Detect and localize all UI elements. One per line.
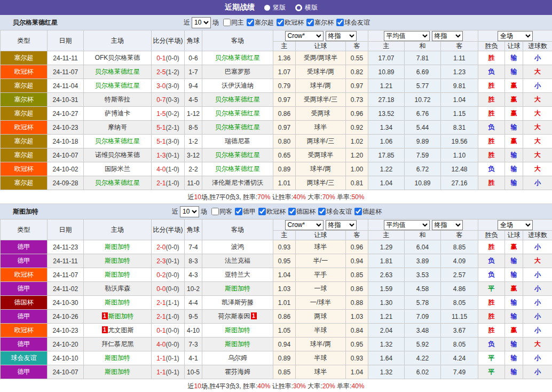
halftime-score: (0-1) [166, 257, 179, 265]
league-checkbox[interactable] [288, 208, 296, 215]
result-goals: 小 [523, 296, 552, 310]
avg-stage-select[interactable]: 终指 [432, 220, 463, 230]
league-filter: 欧冠杯 [256, 207, 286, 216]
match-row: 球会友谊24-10-10斯图加特1-1(0-1)4-1乌尔姆0.89半球0.93… [1, 351, 552, 365]
league-checkbox[interactable] [258, 208, 266, 215]
away-team-name: 亚特兰大 [225, 271, 250, 278]
away-team-name: 荷尔斯泰因 [218, 312, 250, 320]
league-checkbox[interactable] [277, 19, 284, 26]
home-team-name: 斯图加特 [105, 368, 130, 375]
halftime-score: (0-0) [166, 244, 179, 251]
scope-select[interactable]: 全场 [498, 31, 533, 41]
summary-segment: 单率: [335, 193, 352, 201]
handicap: 平手 [296, 268, 346, 282]
corners: 7-3 [185, 338, 202, 351]
league-filter: 德国杯 [286, 207, 316, 216]
away-team-name: 霍芬海姆 [225, 368, 250, 375]
avg-home: 1.21 [368, 310, 405, 324]
sub-column-header: 进球数 [523, 231, 552, 240]
odds-away: 0.95 [346, 338, 368, 351]
odds-away: 1.03 [346, 310, 368, 324]
home-team-name: 贝尔格莱德红星 [95, 68, 140, 75]
corners: 8-3 [185, 254, 202, 268]
handicap: 球半/两 [296, 79, 346, 93]
away-team-name: 瑞德尼基 [225, 137, 250, 145]
league-badge: 欧冠杯 [1, 65, 48, 79]
fulltime-score: 2-1 [156, 179, 165, 187]
fulltime-score: 1-3 [156, 152, 165, 159]
match-row: 德甲24-11-02勒沃库森0-0(0-0)10-2斯图加特1.03一球0.86… [1, 282, 552, 296]
sub-column-header: 让球 [505, 231, 523, 240]
match-count-select[interactable]: 10 [180, 206, 199, 217]
away-team: 贝尔格莱德红星 [202, 162, 273, 176]
same-venue-checkbox[interactable] [223, 19, 231, 26]
summary-segment: 40% [351, 382, 364, 390]
league-checkbox[interactable] [318, 208, 326, 215]
result-handicap: 输 [505, 148, 523, 162]
result-goals: 大 [523, 148, 552, 162]
handicap: 受球半/两 [296, 65, 346, 79]
result-wdl: 负 [478, 65, 505, 79]
filter-suffix: 场 [212, 18, 219, 27]
result-goals: 大 [523, 135, 552, 148]
avg-draw: 9.89 [405, 135, 441, 148]
result-handicap: 赢 [505, 93, 523, 107]
league-checkbox[interactable] [306, 19, 314, 26]
avg-away: 8.31 [441, 121, 478, 135]
odds-stage-select[interactable]: 终指 [326, 31, 357, 41]
scope-select[interactable]: 全场 [498, 220, 533, 230]
team-name: 贝尔格莱德红星 [13, 18, 58, 27]
odds-company-select[interactable]: Crow* [285, 31, 324, 41]
league-badge: 塞尔超 [1, 135, 48, 148]
avg-type-select[interactable]: 平均值 [384, 31, 430, 41]
result-handicap: 输 [505, 365, 523, 379]
home-team-name: 萨博迪卡 [105, 109, 130, 117]
fulltime-score: 2-3 [156, 257, 165, 265]
league-checkbox-label: 塞尔超 [255, 18, 274, 27]
odds-away: 0.96 [346, 240, 368, 254]
home-team-name: 斯图加特 [105, 243, 130, 250]
handicap: 受两球半 [296, 148, 346, 162]
match-date: 24-10-07 [48, 365, 84, 379]
odds-away: 0.84 [346, 324, 368, 338]
avg-stage-select[interactable]: 终指 [432, 31, 463, 41]
halftime-score: (0-0) [166, 341, 179, 348]
league-checkbox[interactable] [247, 19, 254, 26]
league-badge: 塞尔超 [1, 79, 48, 93]
odds-home: 1.01 [273, 296, 296, 310]
home-team: 拜仁慕尼黑 [84, 338, 152, 351]
away-team-name: 凯泽斯劳滕 [222, 299, 254, 306]
avg-away: 4.09 [441, 254, 478, 268]
league-badge: 德国杯 [1, 296, 48, 310]
result-wdl: 胜 [478, 93, 505, 107]
score: 2-5(1-2) [152, 65, 185, 79]
away-team: 贝尔格莱德红星 [202, 93, 273, 107]
avg-draw: 4.58 [405, 282, 441, 296]
summary-segment: 大率: [306, 382, 322, 390]
odds-home: 1.04 [273, 268, 296, 282]
halftime-score: (0-3) [166, 96, 179, 104]
match-count-select[interactable]: 10 [192, 17, 211, 28]
topbar: 近期战绩 竖版 横版 [0, 0, 552, 15]
summary-segment: 10 [194, 382, 201, 390]
layout-radio-horizontal[interactable]: 横版 [295, 3, 318, 12]
odds-stage-select[interactable]: 终指 [326, 220, 357, 230]
same-venue-checkbox[interactable] [211, 208, 219, 215]
league-checkbox[interactable] [354, 208, 362, 215]
layout-radio-vertical[interactable]: 竖版 [264, 3, 286, 12]
odds-home: 1.03 [273, 282, 296, 296]
result-handicap: 输 [505, 296, 523, 310]
result-wdl: 胜 [478, 324, 505, 338]
avg-type-select[interactable]: 平均值 [384, 220, 430, 230]
corners: 0-6 [185, 51, 202, 65]
avg-away: 1.15 [441, 107, 478, 121]
league-checkbox[interactable] [235, 208, 242, 215]
home-team-name: 贝尔格莱德红星 [95, 82, 140, 89]
home-team-name: 摩纳哥 [108, 123, 127, 131]
odds-company-select[interactable]: Crow* [285, 220, 324, 230]
league-checkbox[interactable] [336, 19, 344, 26]
fulltime-score: 5-1 [156, 138, 165, 145]
column-header: 比分(半场) [152, 219, 185, 240]
away-team-name: 斯图加特 [225, 285, 250, 292]
match-row: 欧冠杯24-10-23摩纳哥5-1(2-1)8-5贝尔格莱德红星0.97球半0.… [1, 121, 552, 135]
